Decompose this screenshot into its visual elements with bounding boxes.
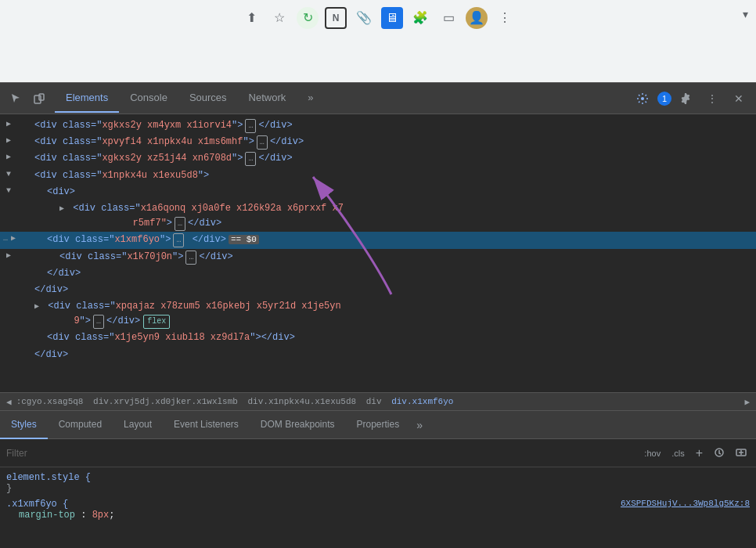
tab-styles[interactable]: Styles (0, 411, 48, 439)
html-line: ▶ <div class="xpqajaz x78zum5 x16pkebj x… (0, 298, 756, 330)
devtools-tabs: Elements Console Sources Network » (55, 85, 632, 113)
pin-icon[interactable]: 📎 (353, 7, 375, 29)
breadcrumb-sep (358, 397, 364, 406)
box-icon[interactable] (28, 88, 50, 110)
breadcrumb-bar: ◀ :cgyo.xsag5q8 div.xrvj5dj.xd0jker.x1wx… (0, 392, 756, 411)
breadcrumb-item-5[interactable]: div.x1xmf6yo (391, 397, 453, 406)
expand-arrow[interactable]: ▼ (6, 185, 11, 197)
css-source-link[interactable]: 6XSPFDSHujV...3Wp8lg5Kz:8 (621, 499, 750, 508)
devtools-panel: Elements Console Sources Network » 1 ⋮ ✕ (0, 82, 756, 548)
dots-badge[interactable]: … (185, 251, 196, 265)
settings-icon[interactable] (632, 88, 653, 110)
html-line: </div> (0, 265, 756, 282)
dots-badge[interactable]: … (93, 315, 104, 329)
tab-event-listeners[interactable]: Event Listeners (163, 411, 250, 439)
styles-tabs: Styles Computed Layout Event Listeners D… (0, 411, 756, 439)
breadcrumb-item-2[interactable]: div.xrvj5dj.xd0jker.x1wxlsmb (93, 397, 238, 406)
devtools-gear-icon[interactable] (675, 88, 697, 110)
refresh-icon[interactable]: ↻ (297, 7, 319, 29)
css-property: margin-top (19, 510, 75, 521)
css-rule-x1xmf6yo: .x1xmf6yo { 6XSPFDSHujV...3Wp8lg5Kz:8 ma… (6, 499, 750, 521)
breadcrumb-item-3[interactable]: div.x1npkx4u.x1exu5d8 (248, 397, 357, 406)
cls-button[interactable]: .cls (668, 447, 688, 460)
html-line-selected[interactable]: … ▶ <div class="x1xmf6yo">… </div>== $0 (0, 232, 756, 248)
expand-arrow[interactable]: ▼ (6, 168, 11, 181)
expand-arrow[interactable]: ▶ (6, 151, 11, 164)
html-view: ▶ <div class="xgkxs2y xm4yxm x1iorvi4">…… (0, 114, 756, 392)
sidebar-icon[interactable]: ▭ (437, 7, 459, 29)
tab-console[interactable]: Console (119, 85, 178, 113)
dots-badge[interactable]: … (245, 119, 256, 133)
share-icon[interactable]: ⬆ (240, 7, 262, 29)
breadcrumb-sep (384, 397, 390, 406)
breadcrumb-sep (240, 397, 246, 406)
cursor-icon[interactable] (5, 88, 27, 110)
svg-point-3 (684, 97, 687, 100)
css-colon: : (81, 510, 92, 521)
html-line: ▶ <div class="x1k70j0n">…</div> (0, 249, 756, 265)
breadcrumb-sep (85, 397, 91, 406)
screen-icon[interactable]: 🖥 (381, 7, 403, 29)
expand-arrow[interactable]: ▶ (59, 204, 64, 213)
styles-more-icon[interactable]: » (410, 419, 429, 431)
css-prop-row: margin-top : 8px; (6, 510, 114, 521)
css-selector: element.style { (6, 472, 91, 483)
svg-rect-1 (39, 94, 44, 100)
expand-arrow[interactable]: ▶ (34, 302, 39, 311)
tab-network[interactable]: Network (238, 85, 297, 113)
star-icon[interactable]: ☆ (268, 7, 290, 29)
puzzle-icon[interactable]: 🧩 (409, 7, 431, 29)
tab-layout[interactable]: Layout (113, 411, 163, 439)
computed-icon[interactable] (733, 445, 750, 461)
html-line: </div> (0, 282, 756, 298)
styles-content: element.style { } .x1xmf6yo { 6XSPFDSHuj… (0, 467, 756, 548)
css-rule-element: element.style { } (6, 472, 750, 494)
breadcrumb-right-arrow[interactable]: ▶ (744, 397, 750, 407)
hov-button[interactable]: :hov (641, 447, 664, 460)
styles-filter-bar: :hov .cls + (0, 439, 756, 467)
breadcrumb-item[interactable]: ◀ (6, 397, 12, 407)
browser-toolbar: ⬆ ☆ ↻ N 📎 🖥 🧩 ▭ 👤 ⋮ ▾ (0, 0, 756, 35)
html-line: ▼ <div class="x1npkx4u x1exu5d8"> (0, 168, 756, 184)
equals-sign: == $0 (229, 235, 259, 244)
more-icon[interactable]: ⋮ (494, 7, 516, 29)
tab-more[interactable]: » (297, 85, 324, 113)
tab-sources[interactable]: Sources (178, 85, 238, 113)
tab-computed[interactable]: Computed (48, 411, 113, 439)
flex-badge[interactable]: flex (143, 315, 170, 329)
html-line: ▶ <div class="x1a6qonq xj0a0fe x126k92a … (0, 200, 756, 232)
expand-arrow[interactable]: ▶ (11, 233, 16, 245)
css-value: 8px (92, 510, 110, 521)
devtools-actions: 1 ⋮ ✕ (632, 88, 751, 110)
filter-input[interactable] (6, 448, 641, 459)
element-state-icon[interactable] (711, 445, 728, 461)
html-line: ▶ <div class="xgkxs2y xm4yxm x1iorvi4">…… (0, 117, 756, 134)
svg-point-2 (641, 97, 644, 100)
expand-arrow[interactable]: ▶ (6, 250, 11, 262)
css-semicolon: ; (109, 510, 114, 521)
css-close-brace: } (6, 483, 12, 494)
devtools-badge: 1 (657, 92, 671, 106)
tab-properties[interactable]: Properties (346, 411, 411, 439)
devtools-close-icon[interactable]: ✕ (728, 88, 750, 110)
breadcrumb-item-1[interactable]: :cgyo.xsag5q8 (16, 397, 84, 406)
avatar-icon[interactable]: 👤 (466, 7, 488, 29)
styles-panel: Styles Computed Layout Event Listeners D… (0, 411, 756, 548)
chevron-down-icon[interactable]: ▾ (743, 8, 748, 20)
expand-arrow[interactable]: ▶ (6, 135, 11, 147)
tab-dom-breakpoints[interactable]: DOM Breakpoints (250, 411, 346, 439)
dots-badge[interactable]: … (175, 217, 185, 231)
tab-elements[interactable]: Elements (55, 85, 119, 113)
breadcrumb-item-4[interactable]: div (366, 397, 382, 406)
dots-badge[interactable]: … (173, 233, 184, 247)
add-style-button[interactable]: + (693, 445, 706, 462)
dots-badge[interactable]: … (257, 135, 268, 150)
html-line: <div class="x1je5yn9 xiubl18 xz9dl7a"></… (0, 330, 756, 346)
expand-arrow[interactable]: ▶ (6, 118, 11, 131)
html-line: ▼ <div> (0, 184, 756, 200)
elements-panel: ▶ <div class="xgkxs2y xm4yxm x1iorvi4">…… (0, 114, 756, 411)
dots-badge[interactable]: … (245, 152, 256, 166)
html-line: </div> (0, 347, 756, 363)
notion-icon[interactable]: N (325, 7, 347, 29)
devtools-menu-icon[interactable]: ⋮ (701, 88, 723, 110)
